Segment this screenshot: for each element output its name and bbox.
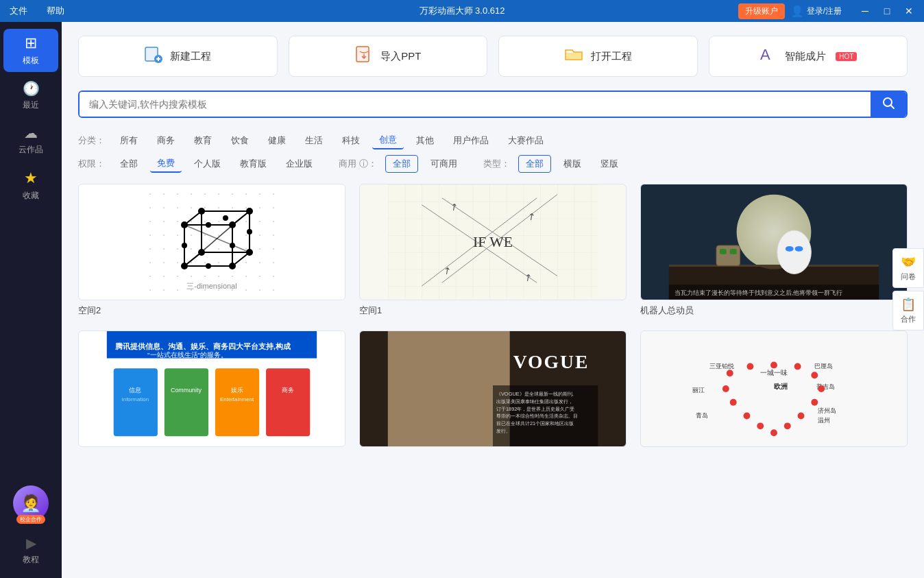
template-card-robot[interactable]: 当瓦力结束了漫长的等待终于找到意义之后,他将带领一群飞行 机器人总动员 xyxy=(640,184,908,317)
template-card-space2[interactable]: 三-dimensional 空间2 xyxy=(78,184,345,317)
svg-rect-51 xyxy=(720,249,727,254)
comm-commercial[interactable]: 可商用 xyxy=(424,156,464,172)
window-controls: ─ □ ✕ xyxy=(855,4,919,18)
svg-rect-52 xyxy=(730,249,737,254)
filter-other[interactable]: 其他 xyxy=(409,132,441,149)
filter-health[interactable]: 健康 xyxy=(261,132,293,149)
svg-text:VOGUE: VOGUE xyxy=(513,351,589,372)
new-project-button[interactable]: 新建工程 xyxy=(78,36,278,77)
login-button[interactable]: 👤 登录/注册 xyxy=(790,5,842,18)
menu-file[interactable]: 文件 xyxy=(5,3,32,19)
filter-education[interactable]: 教育 xyxy=(187,132,219,149)
template-icon: ⊞ xyxy=(25,34,37,52)
filter-food[interactable]: 饮食 xyxy=(224,132,256,149)
comm-all[interactable]: 全部 xyxy=(385,155,418,173)
upgrade-button[interactable]: 升级账户 xyxy=(738,3,785,19)
svg-text:Community: Community xyxy=(171,387,202,394)
svg-point-96 xyxy=(811,372,818,378)
svg-point-99 xyxy=(798,413,805,420)
perm-free[interactable]: 免费 xyxy=(150,155,182,173)
filter-life[interactable]: 生活 xyxy=(298,132,330,149)
type-all[interactable]: 全部 xyxy=(518,155,551,173)
perm-education[interactable]: 教育版 xyxy=(233,156,273,172)
search-button[interactable] xyxy=(871,92,906,117)
perm-all[interactable]: 全部 xyxy=(113,156,145,172)
type-label: 类型： xyxy=(483,158,510,170)
sidebar-item-recent[interactable]: 🕐 最近 xyxy=(3,75,58,117)
svg-point-95 xyxy=(794,363,801,370)
template-thumb-tencent: 腾讯提供信息、沟通、娱乐、商务四大平台支持,构成 "一站式在线生活"的服务。 信… xyxy=(78,330,345,447)
import-icon xyxy=(354,45,374,69)
svg-rect-50 xyxy=(716,245,740,266)
filter-contest[interactable]: 大赛作品 xyxy=(501,132,550,149)
survey-button[interactable]: 🤝 问卷 xyxy=(892,248,924,288)
svg-rect-70 xyxy=(266,368,310,436)
svg-point-92 xyxy=(727,370,733,376)
svg-text:当瓦力结束了漫长的等待终于找到意义之后,他将带领一群飞行: 当瓦力结束了漫长的等待终于找到意义之后,他将带领一群飞行 xyxy=(674,289,842,296)
filter-tech[interactable]: 科技 xyxy=(335,132,367,149)
svg-rect-73 xyxy=(388,331,510,446)
survey-icon: 🤝 xyxy=(901,254,916,269)
svg-point-104 xyxy=(730,399,737,406)
hot-badge: HOT xyxy=(836,52,857,61)
menu-help[interactable]: 帮助 xyxy=(42,3,69,19)
cooperation-button[interactable]: 📋 合作 xyxy=(892,291,924,330)
perm-enterprise[interactable]: 企业版 xyxy=(279,156,319,172)
template-thumb-vogue: VOGUE 《VOGUE》是全球最新一线的期刊, 出版渠美国康泰纳仕集团出版发行… xyxy=(359,330,627,447)
minimize-button[interactable]: ─ xyxy=(855,4,875,18)
enterprise-coop-button[interactable]: 🧑‍💼 校企合作 xyxy=(3,480,58,527)
svg-text:三亚铂悦: 三亚铂悦 xyxy=(709,363,734,370)
template-thumb-robot: 当瓦力结束了漫长的等待终于找到意义之后,他将带领一群飞行 xyxy=(640,184,908,300)
import-ppt-button[interactable]: 导入PPT xyxy=(289,36,488,77)
svg-text:尊崇的一本综合性时尚生活类杂志。目: 尊崇的一本综合性时尚生活类杂志。目 xyxy=(496,413,578,419)
svg-point-105 xyxy=(722,385,729,392)
svg-text:商务: 商务 xyxy=(282,387,294,394)
filter-creative[interactable]: 创意 xyxy=(372,132,404,149)
ai-compose-button[interactable]: A 智能成片 HOT xyxy=(709,36,908,77)
svg-point-98 xyxy=(811,399,818,406)
type-landscape[interactable]: 横版 xyxy=(557,156,588,172)
template-thumb-space1: ↗ ↗ ↗ ↗ IF WE xyxy=(359,184,627,300)
sidebar-item-favorite[interactable]: ★ 收藏 xyxy=(3,164,58,207)
svg-point-19 xyxy=(229,263,236,269)
type-portrait[interactable]: 竖版 xyxy=(594,156,625,172)
svg-point-21 xyxy=(198,208,205,215)
svg-point-33 xyxy=(247,229,252,234)
filter-business[interactable]: 商务 xyxy=(150,132,182,149)
template-card-tencent[interactable]: 腾讯提供信息、沟通、娱乐、商务四大平台支持,构成 "一站式在线生活"的服务。 信… xyxy=(78,330,345,451)
svg-point-101 xyxy=(770,429,777,436)
svg-point-94 xyxy=(770,361,777,368)
app-body: ⊞ 模板 🕐 最近 ☁ 云作品 ★ 收藏 🧑‍💼 校企合作 ▶ xyxy=(0,22,924,578)
svg-text:济州岛: 济州岛 xyxy=(818,407,836,414)
template-card-space1[interactable]: ↗ ↗ ↗ ↗ IF WE 空间1 xyxy=(359,184,627,317)
category-label: 分类： xyxy=(78,134,105,147)
maximize-button[interactable]: □ xyxy=(877,4,897,18)
svg-point-53 xyxy=(777,230,811,274)
svg-text:一城一味: 一城一味 xyxy=(760,369,788,376)
template-card-travel[interactable]: 一城一味 三亚铂悦 巴厘岛 丽江 欧洲 普吉岛 青岛 济州岛 温州 xyxy=(640,330,908,451)
open-project-button[interactable]: 打开工程 xyxy=(498,36,698,77)
perm-personal[interactable]: 个人版 xyxy=(187,156,228,172)
right-panel: 🤝 问卷 📋 合作 xyxy=(892,248,924,330)
sidebar-bottom: 🧑‍💼 校企合作 ▶ 教程 xyxy=(0,480,62,578)
svg-text:丽江: 丽江 xyxy=(692,387,705,394)
filter-user-works[interactable]: 用户作品 xyxy=(446,132,496,149)
sidebar-item-template[interactable]: ⊞ 模板 xyxy=(3,29,58,72)
ai-icon: A xyxy=(759,45,778,69)
svg-point-28 xyxy=(206,222,211,228)
svg-text:娱乐: 娱乐 xyxy=(231,387,243,394)
clock-icon: 🕐 xyxy=(23,80,40,97)
sidebar-item-tutorial[interactable]: ▶ 教程 xyxy=(3,529,58,571)
svg-text:《VOGUE》是全球最新一线的期刊,: 《VOGUE》是全球最新一线的期刊, xyxy=(496,391,574,397)
template-card-vogue[interactable]: VOGUE 《VOGUE》是全球最新一线的期刊, 出版渠美国康泰纳仕集团出版发行… xyxy=(359,330,627,451)
sidebar-item-cloud[interactable]: ☁ 云作品 xyxy=(3,119,58,161)
close-button[interactable]: ✕ xyxy=(899,4,919,18)
filter-all[interactable]: 所有 xyxy=(113,132,145,149)
svg-text:欧洲: 欧洲 xyxy=(774,383,788,390)
search-input[interactable] xyxy=(80,92,871,117)
action-row: 新建工程 导入PPT xyxy=(78,36,908,77)
template-thumb-travel: 一城一味 三亚铂悦 巴厘岛 丽江 欧洲 普吉岛 青岛 济州岛 温州 xyxy=(640,330,908,447)
coop-icon: 📋 xyxy=(901,297,916,312)
svg-point-31 xyxy=(206,263,211,269)
titlebar-menus: 文件 帮助 xyxy=(5,3,69,19)
